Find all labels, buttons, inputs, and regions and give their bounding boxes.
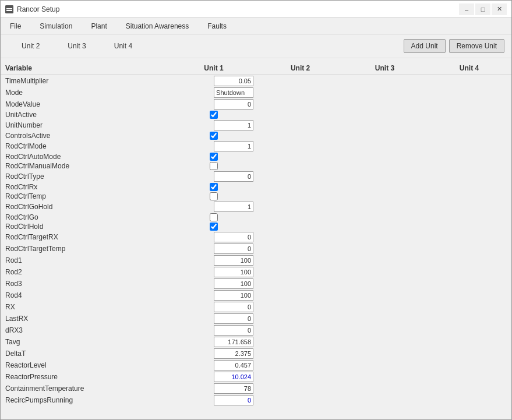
unit3-cell-unitnumber [342,119,427,131]
unit1-value-rodctrltargettemp[interactable] [170,243,258,255]
input-rod2[interactable] [214,267,253,277]
unit2-cell-rodctrltargettemp [258,243,342,255]
input-reactorlevel[interactable] [214,360,253,370]
checkbox-rodctrlmanualmode[interactable] [210,162,218,170]
table-row: RodCtrlManualMode [1,161,511,171]
table-row: RodCtrlType [1,171,511,182]
checkbox-rodctrlautomode[interactable] [210,153,218,161]
input-timemultiplier[interactable] [214,76,253,86]
unit1-value-rodctrlmanualmode[interactable] [170,161,258,171]
unit1-value-deltat[interactable] [170,348,258,359]
input-rx[interactable] [214,302,253,312]
maximize-button[interactable]: □ [475,3,490,15]
checkbox-rodctrltemp[interactable] [210,192,218,200]
unit1-value-rodctrltemp[interactable] [170,192,258,201]
var-name-rodctrltemp: RodCtrlTemp [1,192,170,201]
unit2-cell-rod2 [258,266,342,278]
minimize-button[interactable]: – [459,3,474,15]
checkbox-rodctrlgo[interactable] [210,213,218,221]
unit1-value-controlsactive[interactable] [170,131,258,140]
input-deltat[interactable] [214,348,253,359]
unit1-value-timemultiplier[interactable] [170,75,258,87]
unit1-value-unitnumber[interactable] [170,119,258,131]
add-unit-button[interactable]: Add Unit [404,39,446,53]
unit1-value-recircpumpsrunning[interactable] [170,394,258,406]
unit4-cell-reactorlevel [427,359,511,371]
menu-file[interactable]: File [1,18,30,34]
table-row: DeltaT [1,348,511,359]
input-rodctrlmode[interactable] [214,141,253,151]
input-recircpumpsrunning[interactable] [214,395,253,405]
unit4-cell-tavg [427,336,511,348]
unit1-value-rx[interactable] [170,301,258,313]
menu-simulation[interactable]: Simulation [30,18,82,34]
unit1-value-reactorlevel[interactable] [170,359,258,371]
checkbox-rodctrlhold[interactable] [210,223,218,231]
unit1-value-rodctrlhold[interactable] [170,222,258,231]
input-unitnumber[interactable] [214,120,253,130]
unit3-cell-tavg [342,336,427,348]
unit1-value-unitactive[interactable] [170,110,258,119]
input-mode[interactable] [214,87,253,98]
unit2-cell-timemultiplier [258,75,342,87]
input-drx3[interactable] [214,325,253,336]
unit3-cell-containmenttemperature [342,383,427,394]
menu-plant[interactable]: Plant [82,18,116,34]
tab-unit4[interactable]: Unit 4 [100,40,146,52]
unit1-value-rod1[interactable] [170,255,258,266]
input-rod3[interactable] [214,278,253,289]
unit1-value-rodctrlrx[interactable] [170,182,258,192]
table-row: RodCtrlTargetRX [1,231,511,243]
tab-unit3[interactable]: Unit 3 [54,40,100,52]
unit3-cell-mode [342,87,427,98]
unit1-value-rod3[interactable] [170,278,258,290]
unit4-cell-rodctrlgo [427,213,511,222]
checkbox-rodctrlrx[interactable] [210,183,218,191]
checkbox-unitactive[interactable] [210,111,218,119]
unit1-value-rodctrlmode[interactable] [170,140,258,152]
table-row: TimeMultiplier [1,75,511,87]
unit1-value-mode[interactable] [170,87,258,98]
checkbox-controlsactive[interactable] [210,132,218,140]
unit1-value-rodctrltargetrx[interactable] [170,231,258,243]
unit3-cell-recircpumpsrunning [342,394,427,406]
input-reactorpressure[interactable] [214,372,253,382]
input-rodctrltype[interactable] [214,171,253,182]
input-rodctrltargetrx[interactable] [214,232,253,242]
input-modevalue[interactable] [214,99,253,110]
window-title: Rancor Setup [17,5,59,13]
unit2-cell-reactorpressure [258,371,342,383]
menu-situation-awareness[interactable]: Situation Awareness [116,18,199,34]
var-name-drx3: dRX3 [1,324,170,336]
input-containmenttemperature[interactable] [214,383,253,394]
unit1-value-reactorpressure[interactable] [170,371,258,383]
close-button[interactable]: ✕ [492,3,507,15]
input-rod1[interactable] [214,255,253,266]
input-rod4[interactable] [214,290,253,301]
unit1-value-rod4[interactable] [170,290,258,301]
unit1-value-tavg[interactable] [170,336,258,348]
input-lastrx[interactable] [214,313,253,324]
table-row: ControlsActive [1,131,511,140]
unit1-value-modevalue[interactable] [170,98,258,110]
remove-unit-button[interactable]: Remove Unit [449,39,504,53]
unit1-value-containmenttemperature[interactable] [170,383,258,394]
unit1-value-rodctrlautomode[interactable] [170,152,258,161]
unit2-cell-rx [258,301,342,313]
unit1-value-rodctrlgo[interactable] [170,213,258,222]
menu-faults[interactable]: Faults [198,18,236,34]
unit1-value-drx3[interactable] [170,324,258,336]
window-controls: – □ ✕ [459,3,507,15]
tab-unit2[interactable]: Unit 2 [8,40,54,52]
unit1-value-rodctrlgohold[interactable] [170,201,258,213]
input-tavg[interactable] [214,337,253,347]
unit3-cell-rodctrltype [342,171,427,182]
input-rodctrltargettemp[interactable] [214,243,253,254]
unit1-value-rod2[interactable] [170,266,258,278]
unit1-value-rodctrltype[interactable] [170,171,258,182]
input-rodctrlgohold[interactable] [214,202,253,212]
unit2-cell-rodctrltemp [258,192,342,201]
unit1-value-lastrx[interactable] [170,313,258,324]
unit4-cell-rodctrlmode [427,140,511,152]
table-row: UnitNumber [1,119,511,131]
